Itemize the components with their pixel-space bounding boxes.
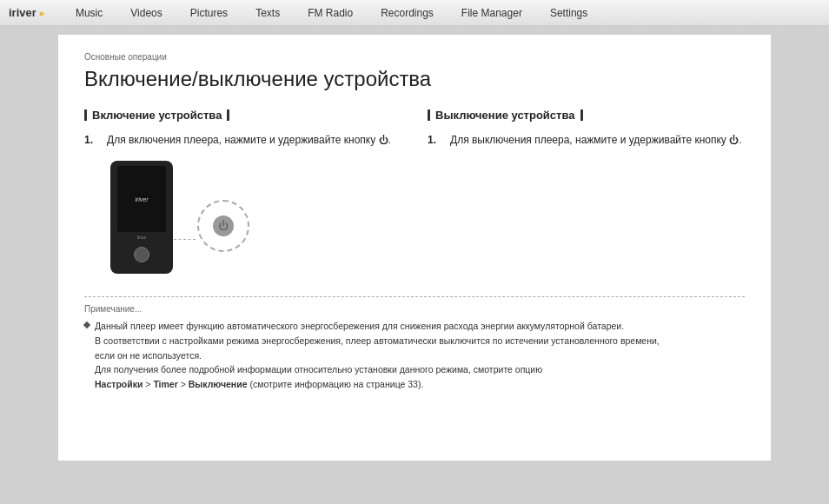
logo-chevrons: » xyxy=(39,8,44,18)
right-section-heading: Выключение устройства xyxy=(428,109,745,122)
heading-bar-right-r xyxy=(580,109,583,121)
navigation-bar: iriver » Music Videos Pictures Texts FM … xyxy=(0,0,829,26)
nav-item-recordings[interactable]: Recordings xyxy=(367,0,448,25)
heading-bar-right xyxy=(227,109,229,121)
nav-item-music[interactable]: Music xyxy=(62,0,116,25)
button-indicator-inner: ⏻ xyxy=(213,216,234,236)
note-text: Данный плеер имеет функцию автоматическо… xyxy=(95,319,660,392)
note-suffix: (смотрите информацию на странице 33). xyxy=(249,379,423,389)
device-sublabel: linus xyxy=(137,235,146,240)
breadcrumb: Основные операции xyxy=(84,52,745,62)
nav-item-videos[interactable]: Videos xyxy=(116,0,176,25)
nav-item-filemanager[interactable]: File Manager xyxy=(448,0,536,25)
note-bold-nastroiki: Настройки xyxy=(95,379,143,389)
step-number: 1. xyxy=(84,132,102,148)
right-column: Выключение устройства 1. Для выключения … xyxy=(428,109,745,282)
device-illustration: iriver linus ⏻ xyxy=(84,156,258,282)
content-columns: Включение устройства 1. Для включения пл… xyxy=(84,109,745,282)
power-icon-right: ⏻ xyxy=(729,135,739,145)
device-screen: iriver xyxy=(117,166,166,232)
left-step-1: 1. Для включения плеера, нажмите и удерж… xyxy=(84,132,401,148)
nav-item-texts[interactable]: Texts xyxy=(242,0,294,25)
device-brand-label: iriver xyxy=(135,196,148,202)
left-section-heading: Включение устройства xyxy=(84,109,401,122)
step-text: Для включения плеера, нажмите и удержива… xyxy=(107,132,391,148)
note-label: Примечание... xyxy=(84,304,745,314)
button-indicator-icon: ⏻ xyxy=(218,220,229,232)
heading-bar-left xyxy=(84,109,87,121)
right-step-1: 1. Для выключения плеера, нажмите и удер… xyxy=(428,132,745,148)
connector-line xyxy=(174,239,196,240)
heading-bar-left-r xyxy=(428,109,430,121)
nav-item-settings[interactable]: Settings xyxy=(536,0,601,25)
device-body: iriver linus xyxy=(110,161,173,274)
logo-text: iriver xyxy=(9,6,36,19)
note-bold-timer: Timer xyxy=(153,379,177,389)
content-card: Основные операции Включение/выключение у… xyxy=(58,35,771,461)
nav-item-pictures[interactable]: Pictures xyxy=(176,0,242,25)
note-section: Примечание... Данный плеер имеет функцию… xyxy=(84,296,745,392)
logo[interactable]: iriver » xyxy=(9,6,44,19)
device-power-button xyxy=(134,247,149,262)
left-column: Включение устройства 1. Для включения пл… xyxy=(84,109,401,282)
right-step-text: Для выключения плеера, нажмите и удержив… xyxy=(450,132,742,148)
page-title: Включение/выключение устройства xyxy=(84,67,745,91)
right-heading-text: Выключение устройства xyxy=(435,109,575,122)
button-indicator-circle: ⏻ xyxy=(197,200,249,252)
note-bold-vykluchenie: Выключение xyxy=(189,379,248,389)
right-step-number: 1. xyxy=(428,132,445,148)
power-icon-left: ⏻ xyxy=(379,135,388,145)
note-content: Данный плеер имеет функцию автоматическо… xyxy=(84,319,745,392)
left-heading-text: Включение устройства xyxy=(92,109,222,122)
nav-items-list: Music Videos Pictures Texts FM Radio Rec… xyxy=(62,0,601,25)
note-bullet-icon xyxy=(83,322,90,328)
nav-item-fmradio[interactable]: FM Radio xyxy=(294,0,367,25)
main-area: Основные операции Включение/выключение у… xyxy=(0,26,829,504)
